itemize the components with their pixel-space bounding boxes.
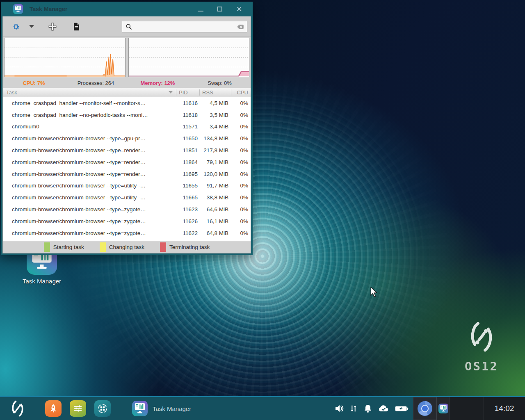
table-row[interactable]: chromium-browser/chromium-browser --type… [3,227,251,239]
legend-starting: Starting task [44,242,84,252]
chevron-down-icon [29,25,34,28]
notifications-button[interactable] [363,404,373,413]
chromium-icon [417,400,433,417]
rocket-icon [48,403,59,414]
table-row[interactable]: chromium0115713,4 MiB0% [3,121,251,133]
task-manager-icon [132,401,148,416]
graphs [3,37,251,78]
taskbar-item-label: Task Manager [153,405,191,412]
mouse-cursor [370,287,378,297]
table-row[interactable]: chromium-browser/chromium-browser --type… [3,192,251,203]
table-header: Task PID RSS CPU [3,88,251,97]
memory-graph [128,38,250,77]
changing-task-swatch [100,242,106,252]
table-row[interactable]: chromium-browser/chromium-browser --type… [3,156,251,168]
taskbar-item-task-manager[interactable]: Task Manager [128,397,195,420]
taskbar-item-chromium[interactable] [413,397,437,420]
pick-process-button[interactable] [46,20,59,34]
maximize-button[interactable] [214,4,226,14]
legend-terminating: Terminating task [160,242,210,252]
window-title: Task Manager [30,6,194,12]
taskbar-clock[interactable]: 14:02 [484,404,525,413]
search-input[interactable] [135,24,234,30]
desktop-icon-label: Task Manager [21,278,63,285]
tray-spacer [450,397,484,420]
search-field[interactable] [122,21,247,32]
wallpaper-os-logo: OS12 [462,319,501,373]
column-cpu[interactable]: CPU [231,89,251,96]
sort-descending-icon [169,91,173,94]
process-table: Task PID RSS CPU chrome_crashpad_handler… [3,88,251,241]
table-row[interactable]: chrome_crashpad_handler --monitor-self -… [3,97,251,109]
cpu-stat: CPU: 7% [3,80,65,86]
start-menu-button[interactable] [9,400,26,417]
settings-tweaks-button[interactable] [70,400,86,417]
settings-dropdown-button[interactable] [22,20,36,34]
table-row[interactable]: chromium-browser/chromium-browser --type… [3,132,251,144]
task-manager-icon [438,404,448,413]
table-body: chrome_crashpad_handler --monitor-self -… [3,97,251,241]
transfer-arrows-icon [349,404,358,413]
volume-icon [334,404,344,413]
battery-charging-icon [394,404,409,413]
stats-row: CPU: 7% Processes: 264 Memory: 12% Swap:… [3,78,251,88]
cloud-sync-button[interactable] [378,404,389,413]
status-legend: Starting task Changing task Terminating … [3,241,251,253]
swap-stat: Swap: 0% [189,80,251,86]
app-grid-icon [97,403,108,414]
clear-search-button[interactable] [234,23,244,30]
table-row[interactable]: chrome_crashpad_handler --no-periodic-ta… [3,109,251,121]
document-icon [73,23,80,31]
legend-changing: Changing task [100,242,144,252]
toolbar [3,16,251,37]
os12-logo-icon [466,319,498,354]
close-icon: ✕ [236,6,242,13]
window-app-icon [13,4,23,14]
minimize-button[interactable] [194,4,207,14]
column-pid[interactable]: PID [176,89,199,96]
table-row[interactable]: chromium-browser/chromium-browser --type… [3,168,251,180]
system-tray-zone: 14:02 [413,397,525,420]
cloud-check-icon [378,404,389,413]
column-task[interactable]: Task [3,89,176,96]
log-button[interactable] [71,20,82,34]
settings-button[interactable] [10,20,22,34]
search-icon [126,23,132,30]
memory-stat: Memory: 12% [127,80,189,86]
volume-button[interactable] [334,404,344,413]
terminating-task-swatch [160,242,166,252]
backspace-icon [234,23,244,30]
table-row[interactable]: chromium-browser/chromium-browser --type… [3,215,251,227]
table-row[interactable]: chromium-browser/chromium-browser --type… [3,203,251,215]
table-row[interactable]: chromium-browser/chromium-browser --type… [3,180,251,192]
network-transfer-button[interactable] [349,404,358,413]
titlebar[interactable]: Task Manager ✕ [2,2,251,16]
os12-start-icon [10,399,25,418]
maximize-icon [217,7,222,11]
bell-icon [363,404,373,413]
cpu-graph [4,38,126,77]
gear-icon [12,23,20,31]
starting-task-swatch [44,242,50,252]
table-row[interactable]: chromium-browser/chromium-browser --type… [3,144,251,156]
close-button[interactable]: ✕ [233,4,245,14]
processes-stat: Processes: 264 [65,80,127,86]
task-manager-window: Task Manager ✕ [1,2,253,255]
sliders-icon [73,403,83,414]
launcher-rocket-button[interactable] [45,400,62,417]
battery-button[interactable] [394,404,409,413]
window-body: CPU: 7% Processes: 264 Memory: 12% Swap:… [2,16,251,253]
desktop: OS12 Task Manager Task Manager ✕ [0,0,525,420]
app-grid-button[interactable] [94,400,111,417]
tray-task-manager-icon[interactable] [437,397,450,420]
crosshair-icon [48,22,57,31]
minimize-icon [198,11,203,11]
wallpaper-os-text: OS12 [462,359,501,373]
taskbar: Task Manager [0,396,525,420]
column-rss[interactable]: RSS [199,89,231,96]
